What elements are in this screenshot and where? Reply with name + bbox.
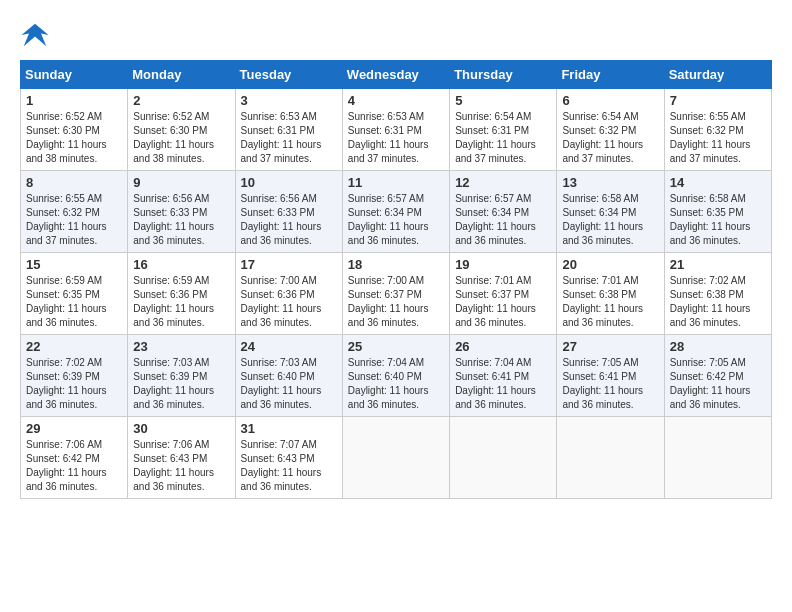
logo-icon	[20, 20, 50, 50]
day-info: Sunrise: 7:05 AM Sunset: 6:41 PM Dayligh…	[562, 356, 658, 412]
day-number: 13	[562, 175, 658, 190]
day-number: 12	[455, 175, 551, 190]
day-number: 10	[241, 175, 337, 190]
calendar-week-row: 22 Sunrise: 7:02 AM Sunset: 6:39 PM Dayl…	[21, 335, 772, 417]
day-info: Sunrise: 6:52 AM Sunset: 6:30 PM Dayligh…	[133, 110, 229, 166]
day-info: Sunrise: 7:06 AM Sunset: 6:43 PM Dayligh…	[133, 438, 229, 494]
calendar-cell: 20 Sunrise: 7:01 AM Sunset: 6:38 PM Dayl…	[557, 253, 664, 335]
calendar-cell: 7 Sunrise: 6:55 AM Sunset: 6:32 PM Dayli…	[664, 89, 771, 171]
calendar-cell: 8 Sunrise: 6:55 AM Sunset: 6:32 PM Dayli…	[21, 171, 128, 253]
calendar-cell: 16 Sunrise: 6:59 AM Sunset: 6:36 PM Dayl…	[128, 253, 235, 335]
day-number: 3	[241, 93, 337, 108]
weekday-header-thursday: Thursday	[450, 61, 557, 89]
calendar-cell: 12 Sunrise: 6:57 AM Sunset: 6:34 PM Dayl…	[450, 171, 557, 253]
weekday-header-wednesday: Wednesday	[342, 61, 449, 89]
calendar-cell: 29 Sunrise: 7:06 AM Sunset: 6:42 PM Dayl…	[21, 417, 128, 499]
calendar-cell: 17 Sunrise: 7:00 AM Sunset: 6:36 PM Dayl…	[235, 253, 342, 335]
calendar-cell: 13 Sunrise: 6:58 AM Sunset: 6:34 PM Dayl…	[557, 171, 664, 253]
calendar-cell: 31 Sunrise: 7:07 AM Sunset: 6:43 PM Dayl…	[235, 417, 342, 499]
day-number: 24	[241, 339, 337, 354]
day-number: 7	[670, 93, 766, 108]
day-info: Sunrise: 7:01 AM Sunset: 6:38 PM Dayligh…	[562, 274, 658, 330]
calendar-cell	[664, 417, 771, 499]
day-info: Sunrise: 7:00 AM Sunset: 6:37 PM Dayligh…	[348, 274, 444, 330]
calendar-cell: 25 Sunrise: 7:04 AM Sunset: 6:40 PM Dayl…	[342, 335, 449, 417]
calendar-table: SundayMondayTuesdayWednesdayThursdayFrid…	[20, 60, 772, 499]
day-info: Sunrise: 7:04 AM Sunset: 6:40 PM Dayligh…	[348, 356, 444, 412]
day-number: 22	[26, 339, 122, 354]
day-number: 1	[26, 93, 122, 108]
day-info: Sunrise: 7:00 AM Sunset: 6:36 PM Dayligh…	[241, 274, 337, 330]
calendar-cell	[557, 417, 664, 499]
day-number: 18	[348, 257, 444, 272]
calendar-cell: 6 Sunrise: 6:54 AM Sunset: 6:32 PM Dayli…	[557, 89, 664, 171]
day-number: 27	[562, 339, 658, 354]
day-info: Sunrise: 6:56 AM Sunset: 6:33 PM Dayligh…	[133, 192, 229, 248]
day-info: Sunrise: 7:02 AM Sunset: 6:38 PM Dayligh…	[670, 274, 766, 330]
day-number: 11	[348, 175, 444, 190]
calendar-week-row: 1 Sunrise: 6:52 AM Sunset: 6:30 PM Dayli…	[21, 89, 772, 171]
calendar-cell: 18 Sunrise: 7:00 AM Sunset: 6:37 PM Dayl…	[342, 253, 449, 335]
day-info: Sunrise: 6:59 AM Sunset: 6:36 PM Dayligh…	[133, 274, 229, 330]
day-number: 31	[241, 421, 337, 436]
day-number: 26	[455, 339, 551, 354]
day-number: 30	[133, 421, 229, 436]
day-info: Sunrise: 7:03 AM Sunset: 6:40 PM Dayligh…	[241, 356, 337, 412]
calendar-cell: 3 Sunrise: 6:53 AM Sunset: 6:31 PM Dayli…	[235, 89, 342, 171]
day-info: Sunrise: 6:59 AM Sunset: 6:35 PM Dayligh…	[26, 274, 122, 330]
calendar-cell: 27 Sunrise: 7:05 AM Sunset: 6:41 PM Dayl…	[557, 335, 664, 417]
day-number: 5	[455, 93, 551, 108]
calendar-cell: 11 Sunrise: 6:57 AM Sunset: 6:34 PM Dayl…	[342, 171, 449, 253]
calendar-cell: 10 Sunrise: 6:56 AM Sunset: 6:33 PM Dayl…	[235, 171, 342, 253]
day-number: 28	[670, 339, 766, 354]
day-info: Sunrise: 7:05 AM Sunset: 6:42 PM Dayligh…	[670, 356, 766, 412]
day-info: Sunrise: 7:04 AM Sunset: 6:41 PM Dayligh…	[455, 356, 551, 412]
day-info: Sunrise: 6:58 AM Sunset: 6:34 PM Dayligh…	[562, 192, 658, 248]
calendar-cell: 9 Sunrise: 6:56 AM Sunset: 6:33 PM Dayli…	[128, 171, 235, 253]
day-info: Sunrise: 6:55 AM Sunset: 6:32 PM Dayligh…	[670, 110, 766, 166]
day-info: Sunrise: 7:02 AM Sunset: 6:39 PM Dayligh…	[26, 356, 122, 412]
day-number: 23	[133, 339, 229, 354]
calendar-cell: 26 Sunrise: 7:04 AM Sunset: 6:41 PM Dayl…	[450, 335, 557, 417]
day-number: 29	[26, 421, 122, 436]
day-info: Sunrise: 6:58 AM Sunset: 6:35 PM Dayligh…	[670, 192, 766, 248]
weekday-header-saturday: Saturday	[664, 61, 771, 89]
day-number: 17	[241, 257, 337, 272]
day-number: 4	[348, 93, 444, 108]
calendar-cell: 1 Sunrise: 6:52 AM Sunset: 6:30 PM Dayli…	[21, 89, 128, 171]
calendar-cell: 4 Sunrise: 6:53 AM Sunset: 6:31 PM Dayli…	[342, 89, 449, 171]
weekday-header-sunday: Sunday	[21, 61, 128, 89]
calendar-cell: 24 Sunrise: 7:03 AM Sunset: 6:40 PM Dayl…	[235, 335, 342, 417]
calendar-cell: 14 Sunrise: 6:58 AM Sunset: 6:35 PM Dayl…	[664, 171, 771, 253]
weekday-header-tuesday: Tuesday	[235, 61, 342, 89]
day-number: 16	[133, 257, 229, 272]
day-info: Sunrise: 6:56 AM Sunset: 6:33 PM Dayligh…	[241, 192, 337, 248]
day-info: Sunrise: 6:52 AM Sunset: 6:30 PM Dayligh…	[26, 110, 122, 166]
day-number: 21	[670, 257, 766, 272]
calendar-cell	[342, 417, 449, 499]
calendar-cell	[450, 417, 557, 499]
day-number: 14	[670, 175, 766, 190]
weekday-header-friday: Friday	[557, 61, 664, 89]
weekday-header-monday: Monday	[128, 61, 235, 89]
calendar-week-row: 29 Sunrise: 7:06 AM Sunset: 6:42 PM Dayl…	[21, 417, 772, 499]
calendar-header-row: SundayMondayTuesdayWednesdayThursdayFrid…	[21, 61, 772, 89]
calendar-week-row: 8 Sunrise: 6:55 AM Sunset: 6:32 PM Dayli…	[21, 171, 772, 253]
calendar-cell: 5 Sunrise: 6:54 AM Sunset: 6:31 PM Dayli…	[450, 89, 557, 171]
day-number: 19	[455, 257, 551, 272]
day-info: Sunrise: 6:54 AM Sunset: 6:32 PM Dayligh…	[562, 110, 658, 166]
calendar-cell: 2 Sunrise: 6:52 AM Sunset: 6:30 PM Dayli…	[128, 89, 235, 171]
calendar-cell: 15 Sunrise: 6:59 AM Sunset: 6:35 PM Dayl…	[21, 253, 128, 335]
day-info: Sunrise: 7:07 AM Sunset: 6:43 PM Dayligh…	[241, 438, 337, 494]
calendar-cell: 30 Sunrise: 7:06 AM Sunset: 6:43 PM Dayl…	[128, 417, 235, 499]
logo	[20, 20, 54, 50]
calendar-cell: 21 Sunrise: 7:02 AM Sunset: 6:38 PM Dayl…	[664, 253, 771, 335]
calendar-cell: 23 Sunrise: 7:03 AM Sunset: 6:39 PM Dayl…	[128, 335, 235, 417]
day-number: 2	[133, 93, 229, 108]
day-number: 20	[562, 257, 658, 272]
day-info: Sunrise: 7:06 AM Sunset: 6:42 PM Dayligh…	[26, 438, 122, 494]
day-info: Sunrise: 6:53 AM Sunset: 6:31 PM Dayligh…	[241, 110, 337, 166]
day-info: Sunrise: 6:57 AM Sunset: 6:34 PM Dayligh…	[455, 192, 551, 248]
day-number: 25	[348, 339, 444, 354]
day-number: 8	[26, 175, 122, 190]
